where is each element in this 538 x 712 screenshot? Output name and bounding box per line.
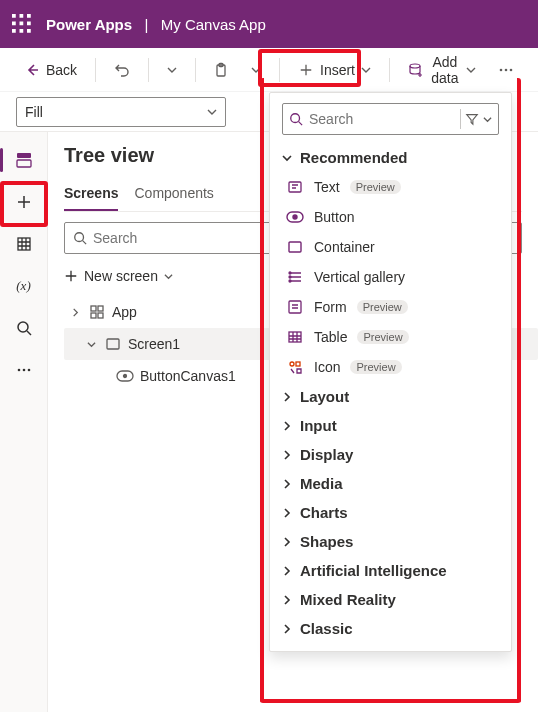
svg-point-36 (289, 276, 291, 278)
plus-icon (298, 62, 314, 78)
group-input[interactable]: Input (270, 411, 507, 440)
svg-rect-17 (18, 238, 30, 250)
svg-rect-0 (12, 14, 16, 18)
rail-variables[interactable]: (x) (4, 266, 44, 306)
svg-rect-8 (27, 29, 31, 33)
svg-rect-16 (17, 160, 31, 167)
insert-search[interactable] (282, 103, 499, 135)
chevron-right-icon (282, 624, 292, 634)
container-icon (286, 238, 304, 256)
chevron-down-icon (84, 340, 98, 349)
paste-button[interactable] (205, 56, 237, 84)
svg-rect-38 (289, 301, 301, 313)
svg-rect-27 (107, 339, 119, 349)
svg-rect-3 (12, 22, 16, 26)
form-icon (286, 298, 304, 316)
svg-rect-1 (20, 14, 24, 18)
more-icon (498, 62, 514, 78)
svg-point-30 (291, 114, 300, 123)
filter-icon[interactable] (465, 112, 479, 126)
insert-item-table[interactable]: TablePreview (270, 322, 507, 352)
chevron-right-icon (282, 392, 292, 402)
chevron-down-icon (164, 272, 173, 281)
insert-item-container[interactable]: Container (270, 232, 507, 262)
insert-search-input[interactable] (309, 111, 429, 127)
insert-button[interactable]: Insert (290, 56, 379, 84)
rail-more[interactable] (4, 350, 44, 390)
group-display[interactable]: Display (270, 440, 507, 469)
svg-rect-4 (20, 22, 24, 26)
chevron-down-icon (167, 65, 177, 75)
property-select[interactable]: Fill (16, 97, 226, 127)
group-recommended[interactable]: Recommended (270, 143, 507, 172)
chevron-right-icon (282, 450, 292, 460)
svg-rect-34 (289, 242, 301, 252)
tab-screens[interactable]: Screens (64, 179, 118, 211)
svg-rect-23 (91, 306, 96, 311)
chevron-right-icon (282, 566, 292, 576)
group-classic[interactable]: Classic (270, 614, 507, 643)
chevron-down-icon (466, 65, 476, 75)
chevron-right-icon (68, 308, 82, 317)
rail-tree-view[interactable] (4, 140, 44, 180)
svg-rect-39 (289, 332, 301, 342)
left-rail: (x) (0, 132, 48, 712)
svg-rect-15 (17, 153, 31, 158)
svg-point-21 (27, 369, 30, 372)
clipboard-icon (213, 62, 229, 78)
more-button[interactable] (490, 56, 522, 84)
button-icon (286, 208, 304, 226)
preview-badge: Preview (357, 300, 408, 314)
undo-button[interactable] (106, 56, 138, 84)
rail-insert[interactable] (4, 182, 44, 222)
svg-point-35 (289, 272, 291, 274)
group-charts[interactable]: Charts (270, 498, 507, 527)
svg-rect-5 (27, 22, 31, 26)
svg-rect-26 (98, 313, 103, 318)
chevron-right-icon (282, 479, 292, 489)
command-bar: Back Insert Add data (0, 48, 538, 92)
search-icon (73, 231, 87, 245)
preview-badge: Preview (350, 360, 401, 374)
chevron-down-icon[interactable] (483, 115, 492, 124)
preview-badge: Preview (357, 330, 408, 344)
add-data-button[interactable]: Add data (400, 48, 484, 92)
waffle-icon[interactable] (12, 14, 32, 34)
icon-icon (286, 358, 304, 376)
app-header: Power Apps | My Canvas App (0, 0, 538, 48)
chevron-down-icon (282, 153, 292, 163)
back-button[interactable]: Back (16, 56, 85, 84)
insert-panel: Recommended TextPreviewButtonContainerVe… (269, 92, 512, 652)
arrow-left-icon (24, 62, 40, 78)
text-icon (286, 178, 304, 196)
group-artificial-intelligence[interactable]: Artificial Intelligence (270, 556, 507, 585)
rail-search[interactable] (4, 308, 44, 348)
svg-point-37 (289, 280, 291, 282)
svg-point-22 (75, 233, 84, 242)
svg-point-29 (124, 375, 127, 378)
svg-point-19 (17, 369, 20, 372)
tab-components[interactable]: Components (134, 179, 213, 211)
svg-point-20 (22, 369, 25, 372)
button-icon (116, 367, 134, 385)
undo-split-button[interactable] (159, 59, 185, 81)
insert-item-text[interactable]: TextPreview (270, 172, 507, 202)
svg-rect-41 (296, 362, 300, 366)
search-icon (289, 112, 303, 126)
svg-rect-2 (27, 14, 31, 18)
group-shapes[interactable]: Shapes (270, 527, 507, 556)
insert-item-button[interactable]: Button (270, 202, 507, 232)
insert-item-vertical-gallery[interactable]: Vertical gallery (270, 262, 507, 292)
app-icon (88, 303, 106, 321)
rail-data[interactable] (4, 224, 44, 264)
chevron-down-icon (361, 65, 371, 75)
paste-split-button[interactable] (243, 59, 269, 81)
insert-item-form[interactable]: FormPreview (270, 292, 507, 322)
insert-item-icon[interactable]: IconPreview (270, 352, 507, 382)
chevron-right-icon (282, 508, 292, 518)
product-name: Power Apps (46, 16, 132, 33)
group-layout[interactable]: Layout (270, 382, 507, 411)
group-media[interactable]: Media (270, 469, 507, 498)
group-mixed-reality[interactable]: Mixed Reality (270, 585, 507, 614)
svg-rect-31 (289, 182, 301, 192)
